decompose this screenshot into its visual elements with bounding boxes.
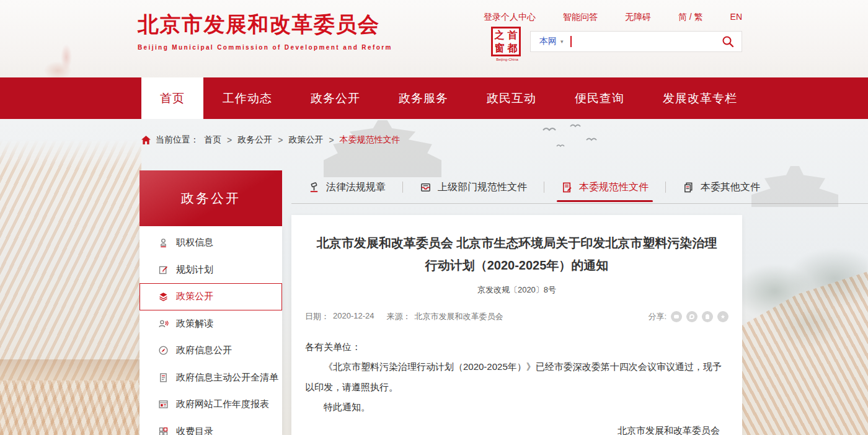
sidebar-item-label: 政府信息公开 (176, 345, 232, 356)
share-qq-icon[interactable] (702, 311, 713, 322)
article-meta: 日期：2020-12-24 来源：北京市发展和改革委员会 分享: (305, 311, 728, 322)
interpretation-icon (158, 319, 169, 329)
accessibility-link[interactable]: 无障碍 (625, 12, 651, 23)
search-icon[interactable] (722, 35, 734, 48)
seal-char: 之 (495, 30, 505, 40)
site-subtitle: Beijing Municipal Commission of Developm… (138, 44, 392, 51)
sidebar-item-policy-interpretation[interactable]: 政策解读 (140, 310, 282, 338)
seal-stamp-icon (158, 237, 169, 248)
article-panel: 北京市发展和改革委员会 北京市生态环境局关于印发北京市塑料污染治理行动计划（20… (291, 215, 742, 435)
date-label: 日期： (305, 311, 329, 322)
breadcrumb-current: 本委规范性文件 (340, 134, 401, 146)
share-weibo-icon[interactable] (686, 311, 698, 322)
sidebar-item-fee-catalog-clipped[interactable]: 收费目录 (140, 418, 282, 435)
sidebar-item-label: 政策公开 (176, 291, 213, 302)
header-ornament (36, 43, 79, 77)
tab-commission-normative-docs[interactable]: 本委规范性文件 (544, 181, 665, 194)
breadcrumb: 当前位置： 首页 > 政务公开 > 政策公开 > 本委规范性文件 (141, 134, 401, 146)
seal-icon: 之 首 窗 都 (491, 27, 521, 56)
roof-ridge-left (0, 359, 141, 380)
tab-superior-normative-docs[interactable]: 上级部门规范性文件 (403, 181, 544, 194)
chevron-down-icon: ▾ (560, 38, 564, 45)
tab-laws-regulations[interactable]: 法律法规规章 (291, 181, 402, 194)
tab-commission-other-docs[interactable]: 本委其他文件 (666, 181, 777, 194)
sidebar: 职权信息 规划计划 政策公开 政策 (140, 226, 282, 435)
article-signature: 北京市发展和改革委员会 (305, 421, 728, 435)
breadcrumb-home[interactable]: 首页 (204, 134, 221, 146)
sidebar-item-label: 政府信息主动公开全清单 (176, 372, 278, 384)
simplified-traditional-toggle[interactable]: 简 / 繁 (678, 12, 703, 23)
list-doc-icon (158, 372, 169, 383)
site-title: 北京市发展和改革委员会 (138, 11, 392, 39)
tab-label: 上级部门规范性文件 (438, 181, 527, 194)
site-logo[interactable]: 北京市发展和改革委员会 Beijing Municipal Commission… (138, 11, 392, 51)
site-header: 北京市发展和改革委员会 Beijing Municipal Commission… (0, 0, 868, 77)
seal-char: 首 (508, 30, 518, 40)
nav-item-reform-special[interactable]: 发展改革专栏 (644, 77, 756, 119)
sidebar-item-gov-info-disclosure[interactable]: 政府信息公开 (140, 337, 282, 364)
seal-char: 都 (508, 43, 518, 53)
paragraph: 特此通知。 (305, 397, 728, 417)
sidebar-item-label: 规划计划 (176, 264, 213, 276)
article-body: 各有关单位： 《北京市塑料污染治理行动计划（2020-2025年）》已经市委深改… (305, 337, 728, 435)
document-number: 京发改规〔2020〕8号 (291, 284, 742, 296)
breadcrumb-separator: > (329, 135, 334, 145)
tab-label: 本委其他文件 (701, 181, 760, 194)
search-scope-dropdown[interactable]: 本网 ▾ (539, 36, 564, 47)
nav-item-work-news[interactable]: 工作动态 (203, 77, 291, 119)
sidebar-item-label: 职权信息 (176, 237, 213, 248)
roof-eaves-left (0, 380, 141, 435)
other-docs-icon (683, 182, 694, 193)
smart-qa-link[interactable]: 智能问答 (563, 12, 598, 23)
utility-links: 登录个人中心 智能问答 无障碍 简 / 繁 EN (484, 12, 742, 23)
sidebar-item-policy-disclosure[interactable]: 政策公开 (140, 283, 282, 310)
nav-item-convenient-inquiry[interactable]: 便民查询 (556, 77, 644, 119)
login-personal-center-link[interactable]: 登录个人中心 (484, 12, 536, 23)
policy-layers-icon (158, 291, 169, 302)
pavilion-silhouette (324, 120, 441, 177)
birds-icon (538, 123, 606, 151)
seal-caption: Beijing-China (491, 58, 523, 61)
article-title: 北京市发展和改革委员会 北京市生态环境局关于印发北京市塑料污染治理行动计划（20… (312, 232, 721, 276)
tab-label: 本委规范性文件 (579, 181, 649, 194)
search-bar: 本网 ▾ (530, 31, 742, 52)
tab-label: 法律法规规章 (326, 181, 386, 194)
nav-item-gov-services[interactable]: 政务服务 (379, 77, 467, 119)
search-input[interactable] (572, 32, 722, 51)
sidebar-item-label: 政府网站工作年度报表 (176, 398, 269, 410)
page: 北京市发展和改革委员会 Beijing Municipal Commission… (0, 0, 868, 435)
search-scope-label: 本网 (539, 36, 557, 47)
breadcrumb-gov-disclosure[interactable]: 政务公开 (237, 134, 272, 146)
seal-char: 窗 (495, 43, 505, 53)
article-date: 2020-12-24 (333, 311, 374, 322)
share-label: 分享: (648, 311, 666, 322)
breadcrumb-policy-disclosure[interactable]: 政策公开 (288, 134, 323, 146)
sidebar-item-planning[interactable]: 规划计划 (140, 257, 282, 284)
plan-edit-icon (158, 265, 169, 275)
nav-item-home[interactable]: 首页 (141, 77, 203, 119)
share-toolbar: 分享: (648, 311, 728, 322)
breadcrumb-label: 当前位置： (156, 134, 199, 146)
english-link[interactable]: EN (730, 12, 742, 23)
source-label: 来源： (387, 311, 411, 322)
capital-window-seal-logo[interactable]: 之 首 窗 都 Beijing-China (491, 27, 523, 61)
grid-icon (158, 426, 169, 435)
share-wechat-icon[interactable] (671, 311, 682, 322)
nav-item-public-interaction[interactable]: 政民互动 (467, 77, 556, 119)
sidebar-item-label: 政策解读 (176, 318, 213, 330)
home-icon (141, 136, 151, 144)
superior-docs-icon (420, 182, 432, 193)
breadcrumb-separator: > (227, 135, 232, 145)
nav-item-gov-disclosure[interactable]: 政务公开 (291, 77, 379, 119)
commission-docs-icon (561, 182, 573, 193)
sidebar-title: 政务公开 (140, 170, 282, 226)
sidebar-item-proactive-disclosure-list[interactable]: 政府信息主动公开全清单 (140, 364, 282, 392)
sidebar-item-label: 收费目录 (176, 426, 213, 435)
article-source: 北京市发展和改革委员会 (415, 311, 503, 322)
law-icon (308, 182, 320, 193)
sidebar-item-website-annual-report[interactable]: 政府网站工作年度报表 (140, 391, 282, 418)
share-more-icon[interactable] (717, 311, 728, 322)
breadcrumb-separator: > (278, 135, 283, 145)
paragraph: 《北京市塑料污染治理行动计划（2020-2025年）》已经市委深改委第十四次会议… (305, 357, 728, 397)
sidebar-item-authority-info[interactable]: 职权信息 (140, 229, 282, 257)
